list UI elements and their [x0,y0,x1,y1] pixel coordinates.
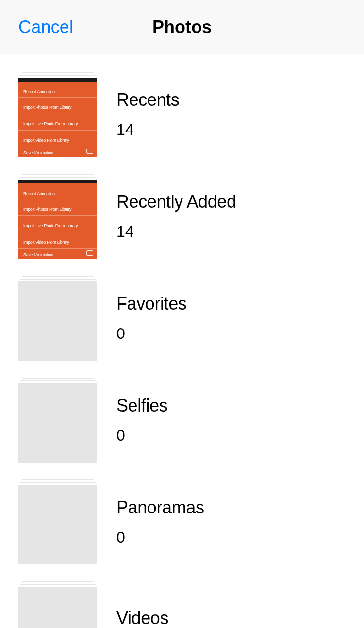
album-name-label: Videos [116,608,168,628]
album-list: Record Animation Import Photos From Libr… [0,54,364,628]
album-thumbnail [18,479,97,564]
album-count-label: 0 [116,529,204,546]
album-name-label: Favorites [116,294,186,314]
album-row-recently-added[interactable]: Record Animation Import Photos From Libr… [0,165,364,267]
album-count-label: 14 [116,223,236,241]
selection-icon [86,149,93,154]
album-name-label: Selfies [116,396,167,416]
album-thumbnail: Record Animation Import Photos From Libr… [18,174,97,259]
album-thumbnail [18,581,97,628]
album-count-label: 0 [116,325,186,343]
cancel-button[interactable]: Cancel [18,17,73,37]
album-name-label: Panoramas [116,497,204,518]
album-row-videos[interactable]: Videos [0,573,364,628]
album-thumbnail: Record Animation Import Photos From Libr… [18,72,97,157]
album-row-panoramas[interactable]: Panoramas 0 [0,471,364,573]
album-thumbnail [18,276,97,361]
album-row-selfies[interactable]: Selfies 0 [0,369,364,471]
album-thumbnail [18,378,97,463]
album-row-favorites[interactable]: Favorites 0 [0,267,364,369]
header-bar: Cancel Photos [0,0,364,54]
album-row-recents[interactable]: Record Animation Import Photos From Libr… [0,63,364,165]
selection-icon [86,250,93,256]
album-count-label: 0 [116,427,167,445]
album-name-label: Recents [116,90,179,110]
album-count-label: 14 [116,121,179,139]
page-title: Photos [152,17,212,37]
album-name-label: Recently Added [116,192,236,212]
